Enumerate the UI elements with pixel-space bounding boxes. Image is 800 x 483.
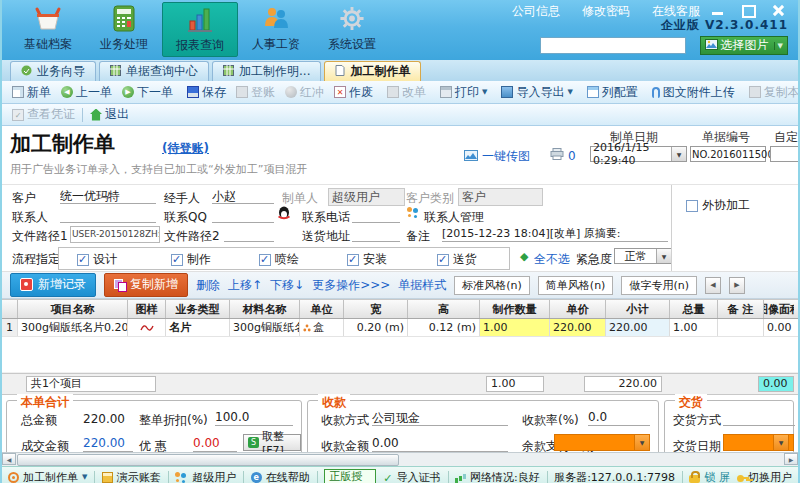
next-doc-button[interactable]: ▶下一单 xyxy=(117,84,178,101)
tab-production-order[interactable]: 加工制作单 xyxy=(324,61,421,81)
modify-button[interactable]: 改单 xyxy=(382,84,431,101)
remark-field[interactable]: [2015-12-23 18:04][改单] 原摘要: xyxy=(442,226,668,242)
customer-field[interactable]: 统一优玛特 xyxy=(60,188,156,204)
checkbox-checked-icon[interactable] xyxy=(171,254,183,266)
contact-manager-link[interactable]: 联系人管理 xyxy=(424,209,484,226)
col-unit[interactable]: 单位 xyxy=(300,300,344,318)
col-subtotal[interactable]: 小计 xyxy=(606,300,670,318)
cell-material[interactable]: 300g铜版纸名片 xyxy=(230,319,300,336)
upload-attachment-button[interactable]: 图文附件上传 xyxy=(647,84,740,101)
checkbox-checked-icon[interactable] xyxy=(437,254,449,266)
col-item-name[interactable]: 项目名称 xyxy=(18,300,128,318)
horizontal-scrollbar[interactable]: ◀ ▶ xyxy=(2,452,798,466)
company-info-link[interactable]: 公司信息 xyxy=(512,3,560,20)
address-field[interactable] xyxy=(352,226,400,242)
cell-item-name[interactable]: 300g铜版纸名片0.20 xyxy=(18,319,128,336)
style-standard-button[interactable]: 标准风格(n) xyxy=(454,276,530,295)
maximize-icon[interactable] xyxy=(740,4,756,16)
col-width[interactable]: 宽 xyxy=(344,300,408,318)
status-user[interactable]: 超级用户 xyxy=(175,470,236,483)
tab-query-center[interactable]: 单据查询中心 xyxy=(99,61,209,81)
payment-rate-field[interactable]: 0.0 xyxy=(588,410,650,426)
flow-deliver[interactable]: 送货 xyxy=(437,251,477,268)
chevron-down-icon[interactable]: ▼ xyxy=(774,42,783,50)
cell-total[interactable]: 1.00 xyxy=(670,319,718,336)
grid-empty-area[interactable] xyxy=(2,337,798,373)
scroll-left-icon[interactable]: ◀ xyxy=(705,277,721,294)
post-button[interactable]: 登账 xyxy=(231,84,280,101)
delivery-method-field[interactable] xyxy=(723,410,795,426)
cell-sample[interactable] xyxy=(128,319,166,336)
table-row[interactable]: 1 300g铜版纸名片0.20 名片 300g铜版纸名片 盒 0.20 (m) … xyxy=(2,319,798,337)
module-base-archives[interactable]: 基础档案 xyxy=(10,2,86,57)
change-password-link[interactable]: 修改密码 xyxy=(582,3,630,20)
flow-make[interactable]: 制作 xyxy=(171,251,211,268)
view-voucher-button[interactable]: ✓查看凭证 xyxy=(7,106,80,123)
move-up-link[interactable]: 上移↑ xyxy=(228,277,262,294)
chevron-down-icon[interactable] xyxy=(656,249,671,263)
scroll-right-icon[interactable]: ▶ xyxy=(784,453,798,465)
flow-design[interactable]: 设计 xyxy=(77,251,117,268)
round-off-button[interactable]: 取整[F7] xyxy=(243,434,301,451)
status-help[interactable]: e在线帮助 xyxy=(251,470,310,483)
chevron-down-icon[interactable] xyxy=(671,147,686,161)
col-business-type[interactable]: 业务类型 xyxy=(166,300,230,318)
module-hr-payroll[interactable]: 人事工资 xyxy=(238,2,314,57)
cell-business-type[interactable]: 名片 xyxy=(166,319,230,336)
checkbox-unchecked-icon[interactable] xyxy=(686,200,698,212)
col-sample[interactable]: 图样 xyxy=(128,300,166,318)
col-image-area[interactable]: 图像面积 xyxy=(764,300,794,318)
scroll-left-icon[interactable]: ◀ xyxy=(2,453,16,465)
more-operations-link[interactable]: 更多操作>>> xyxy=(312,277,390,294)
red-flush-button[interactable]: 红冲 xyxy=(280,84,329,101)
discount-field[interactable]: 100.0 xyxy=(215,410,293,426)
handler-field[interactable]: 小赵 xyxy=(212,188,274,204)
cell-unit[interactable]: 盒 xyxy=(300,319,344,336)
module-business[interactable]: 业务处理 xyxy=(86,2,162,57)
due-date-field[interactable] xyxy=(554,434,650,451)
outsource-checkbox[interactable]: 外协加工 xyxy=(686,197,750,214)
image-path-input[interactable] xyxy=(540,37,686,54)
col-note[interactable]: 备 注 xyxy=(718,300,764,318)
col-qty[interactable]: 制作数量 xyxy=(480,300,550,318)
minimize-icon[interactable] xyxy=(710,4,726,16)
col-total[interactable]: 总量 xyxy=(670,300,718,318)
date-field[interactable]: 2016/1/15 0:29:40 xyxy=(590,146,687,162)
custom-number-field[interactable] xyxy=(770,146,800,162)
copy-add-button[interactable]: 复制新增 xyxy=(104,273,188,297)
urgency-select[interactable]: 正常 xyxy=(614,248,672,264)
chevron-down-icon[interactable] xyxy=(773,435,788,450)
save-button[interactable]: 保存 xyxy=(182,84,231,101)
checkbox-checked-icon[interactable] xyxy=(259,254,271,266)
chevron-down-icon[interactable] xyxy=(634,435,649,450)
discount-off-field[interactable]: 0.00 xyxy=(193,436,237,452)
cell-note[interactable] xyxy=(718,319,764,336)
contact-field[interactable] xyxy=(60,207,156,223)
deal-amount-field[interactable]: 220.00 xyxy=(83,436,133,452)
scrollbar-thumb[interactable] xyxy=(17,454,399,466)
module-reports[interactable]: 报表查询 xyxy=(162,2,238,57)
col-rownum[interactable] xyxy=(2,300,18,318)
cell-qty[interactable]: 1.00 xyxy=(480,319,550,336)
status-doc-type[interactable]: 加工制作单▼ xyxy=(8,470,87,483)
column-config-button[interactable]: 列配置 xyxy=(582,84,643,101)
tab-business-wizard[interactable]: 业务向导 xyxy=(10,61,96,81)
close-icon[interactable] xyxy=(770,4,786,16)
delete-record-link[interactable]: 删除 xyxy=(196,277,220,294)
status-account[interactable]: 演示账套 xyxy=(102,470,161,483)
prev-doc-button[interactable]: ◀上一单 xyxy=(56,84,117,101)
pick-image-button[interactable]: 选择图片 ▼ xyxy=(700,36,788,55)
cell-subtotal[interactable]: 220.00 xyxy=(606,319,670,336)
phone-field[interactable] xyxy=(352,207,400,223)
import-export-button[interactable]: 导入导出▼ xyxy=(496,84,577,101)
checkbox-checked-icon[interactable] xyxy=(347,254,359,266)
print-count-button[interactable]: 0 xyxy=(550,148,576,163)
style-lettering-button[interactable]: 做字专用(n) xyxy=(621,276,697,295)
clipped-date-field[interactable] xyxy=(788,434,794,451)
file-path2-field[interactable] xyxy=(224,226,274,242)
flow-install[interactable]: 安装 xyxy=(347,251,387,268)
tab-production-detail[interactable]: 加工制作明... xyxy=(212,61,321,81)
new-doc-button[interactable]: 新单 xyxy=(7,84,56,101)
doc-style-link[interactable]: 单据样式 xyxy=(398,277,446,294)
status-import-cert[interactable]: ✓导入证书 xyxy=(383,470,440,483)
